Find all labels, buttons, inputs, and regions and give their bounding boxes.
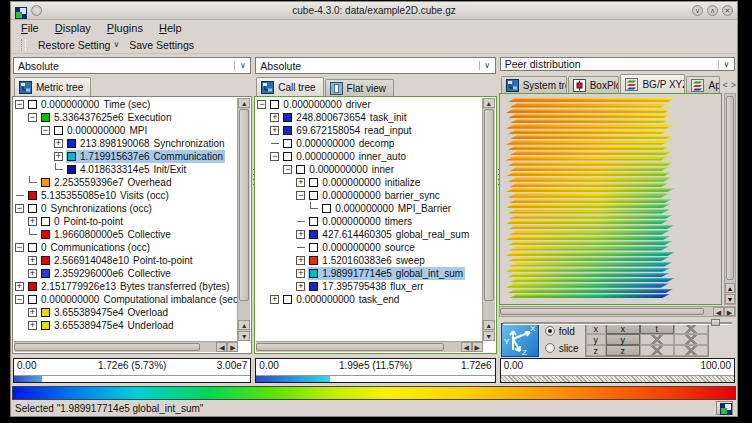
topology-horizontal-scrollbar[interactable]: ◀ ▶	[499, 306, 736, 317]
expand-icon[interactable]: +	[27, 267, 40, 280]
tab-scroll-left-icon[interactable]: <	[722, 80, 727, 90]
tree-row-point-to-point[interactable]: +0Point-to-point	[14, 215, 238, 228]
scrollbar-thumb[interactable]	[726, 96, 734, 280]
scrollbar-thumb[interactable]	[256, 343, 444, 351]
tree-row-time-sec-[interactable]: −0.000000000Time (sec)	[14, 98, 238, 111]
expand-icon[interactable]: +	[14, 280, 27, 293]
expand-icon[interactable]: +	[269, 111, 282, 124]
scroll-down-icon[interactable]: ▼	[238, 331, 250, 341]
tree-row-execution[interactable]: −5.336437625e6Execution	[14, 111, 238, 124]
menu-plugins[interactable]: Plugins	[107, 22, 143, 34]
tab-bg-p-xyzt[interactable]: BG/P XYZT	[620, 74, 685, 93]
close-button[interactable]: ✕	[722, 5, 733, 16]
collapse-icon[interactable]: −	[14, 241, 27, 254]
tree-row-barrier-sync[interactable]: −0.000000000barrier_sync	[256, 189, 482, 202]
tree-row-sweep[interactable]: +1.520160383e6sweep	[256, 254, 482, 267]
expand-icon[interactable]: +	[295, 228, 308, 241]
tree-row-computational-imbalance-sec-[interactable]: −0.000000000Computational imbalance (sec…	[14, 293, 238, 306]
collapse-icon[interactable]: −	[14, 293, 27, 306]
restore-setting-button[interactable]: Restore Setting ∨	[33, 38, 124, 52]
tree-row-timers[interactable]: 0.000000000timers	[256, 215, 482, 228]
call-horizontal-scrollbar[interactable]: ◀ ▶	[256, 341, 482, 352]
expand-icon[interactable]: +	[295, 254, 308, 267]
menu-display[interactable]: Display	[55, 22, 91, 34]
scroll-right-icon[interactable]: ▶	[724, 307, 735, 316]
scroll-down-icon[interactable]: ▼	[483, 331, 495, 341]
tree-row-communications-occ-[interactable]: −0Communications (occ)	[14, 241, 238, 254]
expand-icon[interactable]: +	[295, 267, 308, 280]
expand-icon[interactable]: +	[295, 176, 308, 189]
expand-icon[interactable]: +	[295, 280, 308, 293]
scroll-left-icon[interactable]: ◀	[713, 307, 724, 316]
tab-flat-view[interactable]: Flat view	[325, 79, 394, 96]
scrollbar-thumb[interactable]	[500, 308, 704, 315]
axis-button-t[interactable]: t	[640, 323, 674, 334]
scroll-right-icon[interactable]: ▶	[227, 342, 238, 352]
tree-row-decomp[interactable]: 0.000000000decomp	[256, 137, 482, 150]
tree-row-mpi[interactable]: −0.000000000MPI	[14, 124, 238, 137]
maximize-button[interactable]: ∧	[707, 5, 718, 16]
cube-info-button[interactable]	[716, 401, 733, 415]
scrollbar-thumb[interactable]	[484, 109, 494, 301]
tab-ap[interactable]: Ap	[686, 76, 720, 93]
scroll-left-icon[interactable]: ◀	[216, 342, 227, 352]
tree-row-initialize[interactable]: +0.000000000initialize	[256, 176, 482, 189]
topology-vertical-scrollbar[interactable]: ▲ ▼	[724, 93, 736, 305]
expand-icon[interactable]: +	[269, 124, 282, 137]
tree-row-read-input[interactable]: +69.672158054read_input	[256, 124, 482, 137]
save-settings-button[interactable]: Save Settings	[124, 38, 199, 52]
tree-row-point-to-point[interactable]: +2.566914048e10Point-to-point	[14, 254, 238, 267]
system-value-mode-combobox[interactable]: Peer distribution ∨	[500, 57, 735, 71]
tree-row-source[interactable]: 0.000000000source	[256, 241, 482, 254]
expand-icon[interactable]: +	[27, 319, 40, 332]
expand-icon[interactable]: +	[27, 215, 40, 228]
expand-icon[interactable]: +	[53, 137, 66, 150]
expand-icon[interactable]: +	[27, 306, 40, 319]
scroll-up-icon[interactable]: ▲	[483, 98, 495, 108]
tree-row-task-end[interactable]: +0.000000000task_end	[256, 293, 482, 306]
topology-view[interactable]	[499, 93, 722, 305]
tree-row-global-int-sum[interactable]: +1.989917714e5global_int_sum	[256, 267, 482, 280]
call-vertical-scrollbar[interactable]: ▲ ▲ ▼	[482, 98, 495, 341]
metric-value-mode-combobox[interactable]: Absolute ∨	[13, 57, 251, 74]
tree-row-bytes-transferred-bytes-[interactable]: +2.151779926e13Bytes transferred (bytes)	[14, 280, 238, 293]
tree-row-inner[interactable]: −0.000000000inner	[256, 163, 482, 176]
scroll-right-icon[interactable]: ▶	[472, 342, 483, 352]
collapse-icon[interactable]: −	[27, 111, 40, 124]
scroll-up-icon[interactable]: ▲	[238, 320, 250, 330]
call-value-mode-combobox[interactable]: Absolute ∨	[255, 57, 495, 74]
axis-button-x[interactable]: x	[606, 323, 640, 334]
menu-help[interactable]: Help	[159, 22, 182, 34]
tree-row-overhead[interactable]: 2.253559396e7Overhead	[14, 176, 238, 189]
expand-icon[interactable]: +	[269, 293, 282, 306]
fold-radio[interactable]: fold	[545, 326, 579, 337]
collapse-icon[interactable]: −	[14, 98, 27, 111]
menu-file[interactable]: File	[21, 22, 39, 34]
scroll-up-icon[interactable]: ▲	[238, 98, 250, 108]
metric-horizontal-scrollbar[interactable]: ◀ ▶	[14, 341, 238, 352]
scroll-up-icon[interactable]: ▲	[483, 320, 495, 330]
collapse-icon[interactable]: −	[256, 98, 269, 111]
tree-row-visits-occ-[interactable]: 5.135355085e10Visits (occ)	[14, 189, 238, 202]
collapse-icon[interactable]: −	[14, 202, 27, 215]
tree-row-mpi-barrier[interactable]: 0.000000000MPI_Barrier	[256, 202, 482, 215]
scrollbar-thumb[interactable]	[239, 109, 249, 301]
scrollbar-thumb[interactable]	[14, 343, 200, 351]
scroll-down-icon[interactable]: ▼	[725, 294, 735, 304]
tree-row-flux-err[interactable]: +17.395795438flux_err	[256, 280, 482, 293]
slider-handle[interactable]	[711, 319, 720, 326]
expand-icon[interactable]: +	[27, 254, 40, 267]
tree-row-inner-auto[interactable]: −0.000000000inner_auto	[256, 150, 482, 163]
axis-button-z[interactable]: z	[606, 345, 640, 356]
tree-row-global-real-sum[interactable]: +427.614460305global_real_sum	[256, 228, 482, 241]
tree-row-collective[interactable]: +2.359296000e6Collective	[14, 267, 238, 280]
topology-zoom-slider[interactable]	[503, 318, 732, 325]
tree-row-underload[interactable]: +3.655389475e4Underload	[14, 319, 238, 332]
tree-row-driver[interactable]: −0.000000000driver	[256, 98, 482, 111]
collapse-icon[interactable]: −	[40, 124, 53, 137]
slice-radio[interactable]: slice	[545, 343, 579, 354]
collapse-icon[interactable]: −	[282, 163, 295, 176]
tree-row-communication[interactable]: +1.719915637e6Communication	[14, 150, 238, 163]
tab-boxplot[interactable]: BoxPlot	[568, 76, 620, 93]
toolbar-handle[interactable]	[21, 39, 26, 51]
